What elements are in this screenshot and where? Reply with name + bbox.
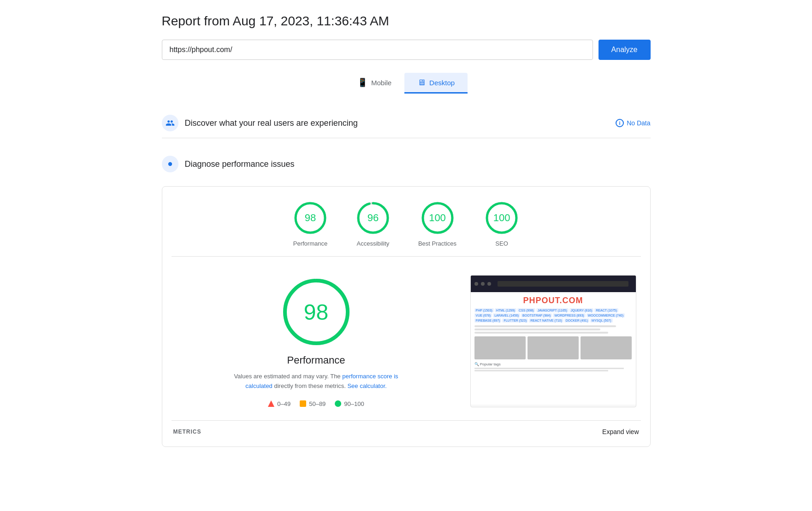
tab-mobile-label: Mobile xyxy=(371,79,391,87)
performance-score: 98 xyxy=(305,212,316,224)
screenshot-content: PHPOUT.COM PHP (1503) HTML (1299) CSS (9… xyxy=(471,292,636,405)
mobile-icon: 📱 xyxy=(357,77,367,88)
users-icon xyxy=(162,115,178,131)
tag-1: PHP (1503) xyxy=(474,308,494,312)
screenshot-images xyxy=(474,336,632,359)
score-item-seo[interactable]: 100 SEO xyxy=(484,200,519,247)
tag-3: CSS (998) xyxy=(517,308,535,312)
img-placeholder-3 xyxy=(581,336,632,359)
tag-16: MYSQL (507) xyxy=(590,318,613,323)
detail-area: 98 Performance Values are estimated and … xyxy=(172,266,641,417)
performance-description: Values are estimated and may vary. The p… xyxy=(229,372,404,391)
legend-average-range: 50–89 xyxy=(309,400,326,407)
tag-12: FIREBASE (697) xyxy=(474,318,502,323)
screenshot-navbar xyxy=(471,276,636,292)
img-placeholder-1 xyxy=(474,336,526,359)
performance-circle: 98 xyxy=(293,200,328,235)
tab-desktop-label: Desktop xyxy=(429,79,455,87)
screenshot-area: PHPOUT.COM PHP (1503) HTML (1299) CSS (9… xyxy=(470,275,636,407)
legend-square-icon xyxy=(300,400,306,407)
tab-desktop[interactable]: 🖥 Desktop xyxy=(404,73,468,94)
text-line-1 xyxy=(474,325,616,327)
img-placeholder-2 xyxy=(528,336,579,359)
metrics-label: METRICS xyxy=(173,429,202,435)
accessibility-circle: 96 xyxy=(356,200,391,235)
expand-view-button[interactable]: Expand view xyxy=(602,428,639,435)
seo-label: SEO xyxy=(495,240,508,247)
legend-circle-icon xyxy=(335,400,341,407)
big-performance-score: 98 xyxy=(304,300,328,325)
text-line-3 xyxy=(474,332,609,334)
real-users-title: Discover what your real users are experi… xyxy=(185,118,610,128)
svg-point-1 xyxy=(168,162,172,166)
performance-detail: 98 Performance Values are estimated and … xyxy=(176,275,456,407)
popular-tags-label: 🔍 Popular tags xyxy=(474,362,632,366)
legend-item-average: 50–89 xyxy=(300,400,326,407)
performance-detail-title: Performance xyxy=(287,354,345,366)
url-row: Analyze xyxy=(162,40,651,60)
tag-6: REACT (1075) xyxy=(594,308,618,312)
accessibility-label: Accessibility xyxy=(357,240,390,247)
best-practices-label: Best Practices xyxy=(418,240,456,247)
tabs-row: 📱 Mobile 🖥 Desktop xyxy=(162,73,651,94)
score-item-performance[interactable]: 98 Performance xyxy=(293,200,328,247)
tab-mobile[interactable]: 📱 Mobile xyxy=(344,73,404,94)
diagnose-header: Diagnose performance issues xyxy=(162,149,651,179)
tag-8: LARAVEL (1456) xyxy=(493,313,520,317)
nav-dot-2 xyxy=(481,282,485,286)
screenshot-mock: PHPOUT.COM PHP (1503) HTML (1299) CSS (9… xyxy=(471,276,636,405)
tag-11: WOOCOMMERCE (740) xyxy=(587,313,625,317)
tag-4: JAVASCRIPT (1165) xyxy=(536,308,569,312)
analyze-button[interactable]: Analyze xyxy=(599,40,651,60)
best-practices-circle: 100 xyxy=(420,200,455,235)
calculator-link[interactable]: See calculator. xyxy=(347,382,386,389)
diagnose-section: Diagnose performance issues 98 Performan… xyxy=(162,149,651,447)
big-performance-circle: 98 xyxy=(279,275,353,349)
tag-15: DOCKER (491) xyxy=(564,318,589,323)
seo-score: 100 xyxy=(493,212,510,224)
tag-5: JQUERY (816) xyxy=(569,308,593,312)
seo-circle: 100 xyxy=(484,200,519,235)
screenshot-tags: PHP (1503) HTML (1299) CSS (998) JAVASCR… xyxy=(474,308,632,323)
tag-7: VUE (678) xyxy=(474,313,492,317)
accessibility-score: 96 xyxy=(367,212,379,224)
scores-panel: 98 Performance 96 Accessibility xyxy=(162,186,651,447)
tag-13: FLUTTER (523) xyxy=(502,318,528,323)
tag-14: REACT NATIVE (710) xyxy=(529,318,563,323)
best-practices-score: 100 xyxy=(429,212,446,224)
tag-9: BOOTSTRAP (984) xyxy=(521,313,552,317)
metrics-footer: METRICS Expand view xyxy=(172,420,641,437)
url-input[interactable] xyxy=(162,40,593,60)
legend-item-bad: 0–49 xyxy=(268,400,290,407)
performance-label: Performance xyxy=(293,240,327,247)
no-data-label: No Data xyxy=(627,119,650,127)
real-users-section: Discover what your real users are experi… xyxy=(162,108,651,138)
nav-dot-3 xyxy=(487,282,491,286)
nav-dot-1 xyxy=(474,282,478,286)
tag-10: WORDPRESS (893) xyxy=(553,313,585,317)
score-item-accessibility[interactable]: 96 Accessibility xyxy=(356,200,391,247)
diagnose-icon xyxy=(162,156,178,172)
scores-row: 98 Performance 96 Accessibility xyxy=(172,200,641,257)
info-icon: i xyxy=(616,119,624,127)
legend-bad-range: 0–49 xyxy=(277,400,290,407)
text-line-2 xyxy=(474,329,601,330)
legend-row: 0–49 50–89 90–100 xyxy=(268,400,364,407)
legend-triangle-icon xyxy=(268,400,274,407)
score-item-best-practices[interactable]: 100 Best Practices xyxy=(418,200,456,247)
diagnose-title: Diagnose performance issues xyxy=(185,159,651,169)
address-bar-mock xyxy=(498,281,628,287)
report-title: Report from Aug 17, 2023, 11:36:43 AM xyxy=(162,14,651,29)
legend-good-range: 90–100 xyxy=(344,400,364,407)
screenshot-logo: PHPOUT.COM xyxy=(474,296,632,305)
tag-2: HTML (1299) xyxy=(495,308,516,312)
popular-tags-line-2 xyxy=(474,370,609,371)
popular-tags-line-1 xyxy=(474,368,624,369)
no-data-badge: i No Data xyxy=(616,119,650,127)
desktop-icon: 🖥 xyxy=(417,78,426,88)
legend-item-good: 90–100 xyxy=(335,400,364,407)
